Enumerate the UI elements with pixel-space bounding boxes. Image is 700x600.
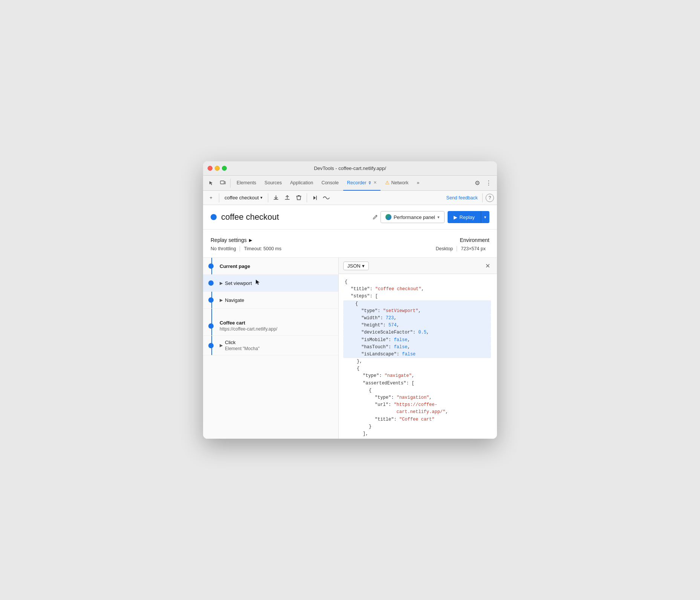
- close-button[interactable]: [208, 166, 212, 171]
- step-navigate[interactable]: ▶ Navigate ⋮: [203, 292, 338, 309]
- json-content: { "title": "coffee checkout", "steps": […: [339, 274, 497, 439]
- header-actions: Performance panel ▾ ▶ Replay ▾: [381, 211, 489, 223]
- replay-dropdown-btn[interactable]: ▾: [481, 211, 489, 223]
- step-click[interactable]: ▶ Click Element "Mocha" ⋮: [203, 336, 338, 355]
- json-line-asserted-close: ],: [345, 430, 491, 438]
- replay-btn[interactable]: ▶ Replay: [448, 211, 481, 223]
- steps-panel: Current page ⋮ ▶ Set viewport: [203, 258, 339, 439]
- minimize-button[interactable]: [215, 166, 220, 171]
- svg-rect-1: [224, 182, 225, 184]
- settings-left: Replay settings ▶ No throttling Timeout:…: [211, 237, 285, 251]
- step-content-1: Current page: [220, 263, 323, 269]
- step-dot-1: [208, 263, 214, 269]
- tab-network[interactable]: ⚠ Network: [381, 176, 412, 191]
- replay-settings-title[interactable]: Replay settings ▶: [211, 237, 285, 243]
- play-step-btn[interactable]: [310, 193, 320, 203]
- tab-recorder-close[interactable]: ✕: [373, 180, 377, 185]
- json-line-1: {: [345, 279, 491, 286]
- json-line-url: "url": "https://coffee- cart.netlify.app…: [345, 401, 491, 416]
- json-line-type: "type": "setViewport",: [343, 308, 491, 315]
- recording-title: coffee checkout: [221, 212, 367, 222]
- step-spacer: [203, 309, 338, 316]
- step-dot-2: [208, 280, 214, 286]
- timeout-setting: Timeout: 5000 ms: [240, 246, 285, 251]
- delete-btn[interactable]: [294, 193, 304, 203]
- toolbar-divider-2: [268, 193, 268, 202]
- throttling-setting: No throttling: [211, 246, 240, 251]
- settings-right: Environment Desktop 723×574 px: [436, 237, 489, 251]
- json-panel: JSON ▾ ✕ { "title": "coffee checkout", "…: [339, 258, 497, 439]
- devtools-window: DevTools - coffee-cart.netlify.app/ Elem…: [203, 161, 497, 439]
- json-line-title: "title": "Coffee cart": [345, 416, 491, 423]
- json-line-nav-type2: "type": "navigation",: [345, 394, 491, 401]
- tab-sources[interactable]: Sources: [261, 176, 286, 191]
- recording-status-dot: [211, 214, 217, 220]
- step-dot-5: [208, 343, 214, 348]
- steps-list: Current page ⋮ ▶ Set viewport: [203, 258, 338, 355]
- step-content-5: ▶ Click Element "Mocha": [220, 340, 323, 351]
- env-device: Desktop: [436, 246, 457, 251]
- json-line-nav-type: "type": "navigate",: [345, 372, 491, 380]
- step-subtitle-5: Element "Mocha": [225, 346, 260, 351]
- json-line-url2: "_" ...: [345, 438, 491, 439]
- secondary-toolbar: + coffee checkout ▾: [203, 191, 497, 205]
- json-line-nav-open: {: [345, 365, 491, 372]
- env-title: Environment: [436, 237, 489, 243]
- tab-application[interactable]: Application: [286, 176, 317, 191]
- split-panel: Current page ⋮ ▶ Set viewport: [203, 258, 497, 439]
- step-content-3: ▶ Navigate: [220, 297, 323, 303]
- step-coffee-cart[interactable]: Coffee cart https://coffee-cart.netlify.…: [203, 316, 338, 336]
- help-btn[interactable]: ?: [486, 194, 494, 202]
- json-line-event-open: {: [345, 387, 491, 394]
- cursor-tool-btn[interactable]: [206, 178, 217, 188]
- slow-motion-btn[interactable]: [321, 193, 331, 203]
- export-btn[interactable]: [271, 193, 281, 203]
- step-expand-5[interactable]: ▶: [220, 343, 223, 348]
- settings-gear-btn[interactable]: ⚙: [472, 178, 483, 188]
- more-menu-btn[interactable]: ⋮: [483, 178, 494, 188]
- network-warn-icon: ⚠: [385, 180, 390, 185]
- recording-dropdown-arrow: ▾: [260, 195, 263, 200]
- json-highlight-open: {: [343, 300, 491, 308]
- json-line-2: "title": "coffee checkout",: [345, 286, 491, 293]
- settings-expand-icon: ▶: [249, 238, 252, 243]
- performance-panel-btn[interactable]: Performance panel ▾: [381, 211, 445, 223]
- tab-console[interactable]: Console: [318, 176, 342, 191]
- step-title-1: Current page: [220, 263, 323, 269]
- window-title: DevTools - coffee-cart.netlify.app/: [314, 165, 386, 171]
- toolbar-divider-4: [482, 193, 483, 202]
- import-btn[interactable]: [283, 193, 292, 203]
- env-resolution: 723×574 px: [457, 246, 489, 251]
- settings-details: No throttling Timeout: 5000 ms: [211, 246, 285, 251]
- replay-play-icon: ▶: [454, 214, 457, 220]
- tab-more[interactable]: »: [413, 176, 423, 191]
- step-set-viewport[interactable]: ▶ Set viewport ⋮: [203, 275, 338, 292]
- svg-rect-0: [220, 181, 224, 184]
- step-expand-2[interactable]: ▶: [220, 281, 223, 286]
- edit-title-btn[interactable]: [370, 212, 381, 222]
- tab-recorder[interactable]: Recorder 🎙 ✕: [343, 176, 381, 191]
- maximize-button[interactable]: [222, 166, 227, 171]
- recording-select[interactable]: coffee checkout ▾: [222, 193, 265, 203]
- step-dot-container-2: [208, 280, 214, 286]
- devtools-nav: Elements Sources Application Console Rec…: [203, 176, 497, 191]
- tab-elements[interactable]: Elements: [233, 176, 260, 191]
- step-title-2: Set viewport: [225, 280, 252, 286]
- device-mode-btn[interactable]: [217, 178, 228, 188]
- json-format-select[interactable]: JSON ▾: [343, 262, 369, 270]
- step-expand-3[interactable]: ▶: [220, 298, 223, 303]
- settings-area: Replay settings ▶ No throttling Timeout:…: [203, 230, 497, 258]
- add-recording-btn[interactable]: +: [206, 193, 216, 203]
- json-panel-close-btn[interactable]: ✕: [483, 261, 492, 271]
- json-line-scale: "deviceScaleFactor": 0.5,: [343, 329, 491, 336]
- json-line-touch: "hasTouch": false,: [343, 344, 491, 351]
- send-feedback-btn[interactable]: Send feedback: [445, 195, 479, 201]
- nav-divider-1: [230, 179, 231, 188]
- json-line-event-close: }: [345, 423, 491, 430]
- step-current-page[interactable]: Current page ⋮: [203, 258, 338, 275]
- recording-header: coffee checkout Performance panel ▾ ▶ Re…: [203, 205, 497, 230]
- json-line-asserted: "assertedEvents": [: [345, 380, 491, 387]
- json-toolbar: JSON ▾ ✕: [339, 258, 497, 274]
- step-title-5: Click: [225, 340, 260, 345]
- perf-dropdown-arrow: ▾: [437, 215, 440, 220]
